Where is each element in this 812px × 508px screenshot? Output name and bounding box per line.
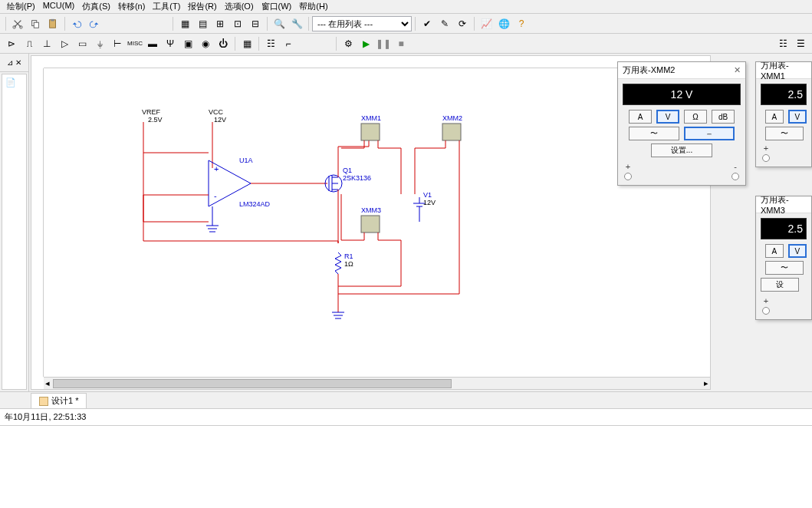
comp-opamp-icon[interactable]: ▷ — [56, 36, 73, 51]
pause-icon[interactable]: ❚❚ — [375, 36, 392, 51]
mm2-settings-btn[interactable]: 设置... — [651, 143, 712, 157]
mm1-display: 2.5 — [761, 84, 807, 105]
grid1-icon[interactable]: ▦ — [176, 16, 193, 31]
hier3-icon[interactable]: ⌐ — [280, 36, 297, 51]
mm3-btn-v[interactable]: V — [788, 244, 807, 258]
menu-options[interactable]: 选项(O) — [221, 0, 258, 13]
v1-val: 12V — [423, 199, 436, 206]
wrench-icon[interactable]: 🔧 — [288, 16, 305, 31]
mm1-btn-ac[interactable]: 〜 — [765, 127, 804, 140]
r1-val: 1Ω — [344, 260, 353, 268]
mm3-btn-a[interactable]: A — [765, 244, 784, 258]
copy-icon[interactable] — [27, 16, 44, 31]
mm1-btn-a[interactable]: A — [765, 110, 784, 124]
terminal-icon[interactable] — [762, 154, 770, 162]
grid3-icon[interactable]: ⊞ — [212, 16, 228, 31]
paste-icon[interactable] — [44, 16, 61, 31]
probe1-icon[interactable]: ✔ — [419, 16, 436, 31]
probe3-icon[interactable]: ⟳ — [454, 16, 471, 31]
hier1-icon[interactable]: ▦ — [238, 36, 255, 51]
menu-report[interactable]: 报告(R) — [184, 0, 220, 13]
terminal-icon[interactable] — [762, 307, 770, 315]
graph-icon[interactable]: 📈 — [478, 16, 495, 31]
menu-tools[interactable]: 工具(T) — [149, 0, 184, 13]
inuse-list-combo[interactable]: --- 在用列表 --- — [312, 16, 412, 31]
zoom-icon[interactable]: 🔍 — [271, 16, 288, 31]
u1-part: LM324AD — [239, 200, 270, 208]
svg-rect-10 — [442, 124, 461, 140]
comp-meter-icon[interactable]: ▬ — [144, 36, 161, 51]
mm3-btn-ac[interactable]: 〜 — [765, 261, 804, 275]
comp-mosfet-icon[interactable]: ⊢ — [109, 36, 126, 51]
menu-draw[interactable]: 绘制(P) — [3, 0, 39, 13]
comp-ground-icon[interactable]: ⏚ — [91, 36, 108, 51]
mm2-title: 万用表-XMM2 — [623, 64, 675, 76]
svg-rect-9 — [361, 124, 380, 140]
left-pin-icon[interactable]: ⊿ ✕ — [0, 54, 28, 72]
tree-folder-icon[interactable]: 📄 — [2, 74, 26, 91]
mm3-titlebar[interactable]: 万用表-XMM3 — [756, 196, 811, 213]
undo-icon[interactable] — [68, 16, 85, 31]
terminal-icon[interactable] — [731, 173, 739, 180]
interactive-icon[interactable]: ⚙ — [340, 36, 357, 51]
mm1-btn-v[interactable]: V — [788, 110, 807, 124]
panel1-icon[interactable]: ☷ — [774, 36, 791, 51]
menu-transfer[interactable]: 转移(n) — [114, 0, 149, 13]
mm2-display: 12 V — [623, 84, 741, 105]
mm2-btn-a[interactable]: A — [629, 110, 652, 124]
design-tree[interactable]: 📄 — [2, 74, 27, 390]
menu-mcu[interactable]: MCU(M) — [39, 0, 79, 13]
menu-window[interactable]: 窗口(W) — [258, 0, 296, 13]
mm1-titlebar[interactable]: 万用表-XMM1 — [756, 62, 811, 79]
comp-ic-icon[interactable]: ▭ — [74, 36, 90, 51]
mm2-btn-db[interactable]: dB — [712, 110, 735, 124]
comp-sw-icon[interactable]: ⏻ — [215, 36, 232, 51]
comp-misc-icon[interactable]: MISC — [127, 36, 143, 51]
svg-rect-3 — [34, 22, 38, 28]
mm3-settings-btn[interactable]: 设 — [761, 278, 799, 292]
mm2-term-plus: + — [626, 162, 630, 171]
multimeter-xmm1[interactable]: 万用表-XMM1 2.5 A V 〜 + — [755, 61, 812, 167]
cut-icon[interactable] — [9, 16, 26, 31]
mm2-term-minus: - — [734, 162, 737, 171]
sheet-icon — [39, 397, 48, 406]
run-icon[interactable]: ▶ — [357, 36, 374, 51]
multimeter-xmm3[interactable]: 万用表-XMM3 2.5 A V 〜 设 + — [755, 196, 812, 320]
globe-icon[interactable]: 🌐 — [495, 16, 512, 31]
help-icon[interactable]: ? — [513, 16, 530, 31]
grid4-icon[interactable]: ⊡ — [229, 16, 246, 31]
tab-design1[interactable]: 设计1 * — [31, 393, 87, 408]
menu-sim[interactable]: 仿真(S) — [78, 0, 114, 13]
comp-diode-icon[interactable]: ⊳ — [3, 36, 20, 51]
schematic-canvas[interactable]: + - — [44, 68, 710, 377]
mm2-btn-ohm[interactable]: Ω — [684, 110, 707, 124]
redo-icon[interactable] — [86, 16, 103, 31]
canvas-scrollbar-h[interactable]: ◂ ▸ — [44, 377, 710, 389]
comp-res-icon[interactable]: ⎍ — [21, 36, 38, 51]
grid2-icon[interactable]: ▤ — [194, 16, 211, 31]
log-panel[interactable] — [0, 425, 812, 508]
terminal-icon[interactable] — [624, 173, 632, 180]
mm2-btn-ac[interactable]: 〜 — [629, 127, 679, 140]
mm2-btn-dc[interactable]: ⎓ — [684, 127, 735, 140]
hier2-icon[interactable]: ☷ — [262, 36, 279, 51]
mm2-titlebar[interactable]: 万用表-XMM2 ✕ — [618, 62, 745, 79]
panel2-icon[interactable]: ☰ — [792, 36, 809, 51]
comp-chip-icon[interactable]: ▣ — [179, 36, 196, 51]
design-tabs: 设计1 * — [0, 391, 812, 408]
probe2-icon[interactable]: ✎ — [436, 16, 453, 31]
svg-rect-5 — [51, 18, 54, 21]
menu-help[interactable]: 帮助(H) — [295, 0, 331, 13]
comp-cap-icon[interactable]: ⊥ — [38, 36, 55, 51]
multimeter-xmm2[interactable]: 万用表-XMM2 ✕ 12 V A V Ω dB 〜 ⎓ 设置... + - — [617, 61, 746, 186]
status-timestamp: 年10月11日, 22:51:33 — [5, 412, 86, 421]
mm2-btn-v[interactable]: V — [656, 110, 679, 124]
close-icon[interactable]: ✕ — [734, 65, 741, 75]
xmm3-label: XMM3 — [361, 206, 381, 214]
status-bar: 年10月11日, 22:51:33 — [0, 408, 812, 425]
comp-conn-icon[interactable]: ◉ — [197, 36, 214, 51]
q1-part: 2SK3136 — [343, 174, 371, 182]
stop-icon[interactable]: ■ — [393, 36, 409, 51]
comp-ant-icon[interactable]: Ψ — [162, 36, 179, 51]
grid5-icon[interactable]: ⊟ — [247, 16, 264, 31]
